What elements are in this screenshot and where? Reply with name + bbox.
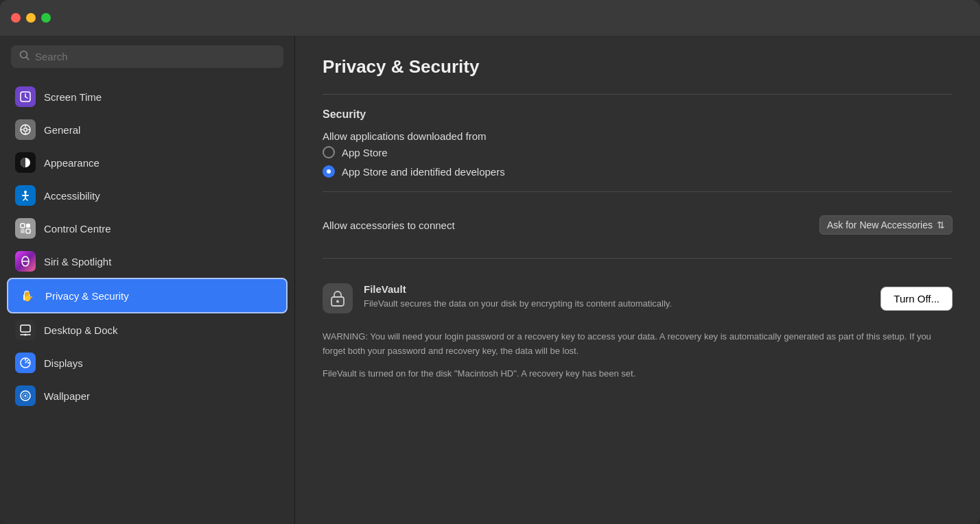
- chevron-updown-icon: ⇅: [937, 219, 945, 230]
- sidebar-item-label: Control Centre: [44, 223, 111, 235]
- security-section-title: Security: [323, 108, 953, 121]
- accessories-value: Ask for New Accessories: [827, 219, 933, 230]
- sidebar-item-label: Wallpaper: [44, 390, 90, 402]
- radio-circle-app-store[interactable]: [323, 146, 335, 158]
- titlebar: [0, 0, 980, 36]
- sidebar-item-label: Desktop & Dock: [44, 324, 118, 336]
- accessories-setting-row: Allow accessories to connect Ask for New…: [323, 206, 953, 244]
- traffic-lights: [11, 13, 51, 23]
- filevault-info: FileVault FileVault secures the data on …: [364, 283, 870, 310]
- svg-rect-25: [21, 325, 30, 332]
- sidebar-item-label: Siri & Spotlight: [44, 256, 111, 267]
- sidebar-item-displays[interactable]: Displays: [7, 346, 288, 379]
- search-input[interactable]: [35, 51, 275, 62]
- svg-line-16: [25, 198, 27, 200]
- siri-icon: [15, 251, 36, 272]
- wallpaper-icon: [15, 385, 36, 406]
- svg-rect-18: [26, 224, 30, 228]
- search-bar[interactable]: [11, 45, 283, 68]
- screen-time-icon: [15, 86, 36, 107]
- sidebar-item-general[interactable]: General: [7, 113, 288, 146]
- sidebar-item-control-centre[interactable]: Control Centre: [7, 212, 288, 245]
- filevault-row: FileVault FileVault secures the data on …: [323, 272, 953, 324]
- sidebar-item-screen-time[interactable]: Screen Time: [7, 80, 288, 113]
- maximize-button[interactable]: [41, 13, 51, 23]
- sidebar-item-label: Displays: [44, 357, 83, 369]
- radio-option-app-store[interactable]: App Store: [323, 146, 953, 158]
- sidebar-items-list: Screen Time General: [0, 78, 294, 415]
- svg-text:✋: ✋: [22, 291, 33, 302]
- radio-label-identified-devs: App Store and identified developers: [342, 166, 505, 178]
- svg-rect-17: [21, 224, 25, 228]
- sidebar-item-wallpaper[interactable]: Wallpaper: [7, 379, 288, 412]
- radio-circle-identified-devs[interactable]: [323, 165, 335, 178]
- privacy-security-icon: ✋: [16, 285, 37, 306]
- filevault-desc: FileVault secures the data on your disk …: [364, 298, 870, 310]
- accessories-select-button[interactable]: Ask for New Accessories ⇅: [819, 215, 953, 235]
- svg-point-35: [25, 395, 27, 397]
- allow-apps-label: Allow applications downloaded from: [323, 130, 953, 142]
- search-icon: [19, 50, 30, 63]
- allow-accessories-label: Allow accessories to connect: [323, 219, 455, 231]
- svg-point-27: [25, 334, 27, 336]
- svg-line-4: [25, 97, 27, 98]
- sidebar-item-label: Accessibility: [44, 190, 100, 202]
- main-window: Screen Time General: [0, 0, 980, 524]
- sidebar-item-siri[interactable]: Siri & Spotlight: [7, 245, 288, 278]
- download-source-radio-group: App Store App Store and identified devel…: [323, 146, 953, 178]
- svg-rect-20: [26, 229, 30, 233]
- sidebar-item-label: Privacy & Security: [45, 290, 129, 302]
- divider-accessories: [323, 191, 953, 192]
- sidebar-item-label: General: [44, 124, 80, 136]
- divider-top: [323, 94, 953, 95]
- control-centre-icon: [15, 218, 36, 239]
- filevault-info-text: FileVault is turned on for the disk "Mac…: [323, 367, 953, 381]
- svg-line-32: [25, 361, 27, 363]
- svg-point-37: [336, 300, 339, 303]
- sidebar-item-label: Appearance: [44, 157, 100, 169]
- minimize-button[interactable]: [26, 13, 36, 23]
- svg-rect-19: [21, 229, 25, 233]
- page-title: Privacy & Security: [323, 56, 953, 78]
- accessibility-icon: [15, 185, 36, 206]
- appearance-icon: [15, 152, 36, 173]
- desktop-dock-icon: [15, 320, 36, 340]
- filevault-icon: [323, 283, 353, 313]
- sidebar-item-accessibility[interactable]: Accessibility: [7, 179, 288, 212]
- turn-off-button[interactable]: Turn Off...: [880, 287, 953, 311]
- sidebar-item-privacy-security[interactable]: ✋ Privacy & Security: [7, 278, 288, 313]
- close-button[interactable]: [11, 13, 21, 23]
- radio-option-identified-devs[interactable]: App Store and identified developers: [323, 165, 953, 178]
- radio-label-app-store: App Store: [342, 147, 388, 158]
- sidebar-item-appearance[interactable]: Appearance: [7, 146, 288, 179]
- displays-icon: [15, 353, 36, 373]
- svg-point-6: [24, 128, 27, 132]
- filevault-warning-text: WARNING: You will need your login passwo…: [323, 330, 953, 359]
- svg-line-30: [27, 361, 28, 361]
- sidebar-item-label: Screen Time: [44, 91, 102, 103]
- sidebar: Screen Time General: [0, 36, 295, 524]
- svg-line-1: [27, 58, 30, 60]
- divider-filevault: [323, 258, 953, 259]
- main-content: Privacy & Security Security Allow applic…: [295, 36, 980, 524]
- filevault-title: FileVault: [364, 283, 870, 295]
- sidebar-item-desktop-dock[interactable]: Desktop & Dock: [7, 313, 288, 346]
- general-icon: [15, 119, 36, 140]
- content-area: Screen Time General: [0, 36, 980, 524]
